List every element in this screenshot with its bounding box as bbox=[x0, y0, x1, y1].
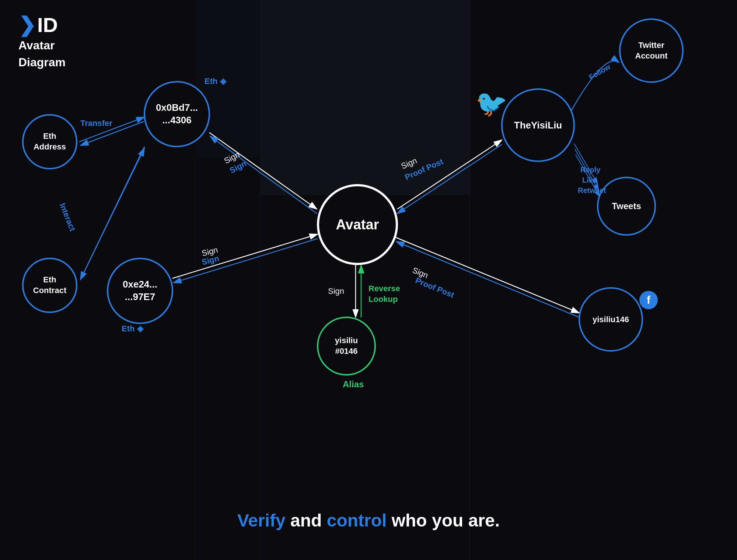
avatar-node: Avatar bbox=[317, 184, 398, 265]
avatar-label: Avatar bbox=[335, 215, 381, 234]
alias-text-label: Alias bbox=[343, 379, 364, 390]
logo-chevron: ❯ bbox=[18, 15, 36, 35]
tweets-node: Tweets bbox=[597, 177, 656, 236]
svg-line-17 bbox=[173, 239, 318, 283]
twitter-user-label: TheYisiLiu bbox=[513, 118, 564, 133]
eth2-eth-label: Eth ◈ bbox=[122, 324, 143, 334]
logo-subtitle-line2: Diagram bbox=[18, 55, 66, 69]
logo-subtitle-line1: Avatar bbox=[18, 38, 66, 52]
eth1-eth-label: Eth ◈ bbox=[205, 77, 226, 86]
tagline: Verify and control who you are. bbox=[0, 510, 737, 531]
tagline-verify: Verify bbox=[237, 511, 286, 530]
eth2-node: 0xe24... ...97E7 bbox=[107, 258, 173, 324]
reverse-lookup-label: Reverse Lookup bbox=[368, 283, 400, 304]
reply-label: Reply bbox=[580, 166, 600, 174]
alias-label: yisiliu #0146 bbox=[333, 334, 359, 358]
twitter-account-label: Twitter Account bbox=[634, 39, 669, 63]
tagline-who: who you are. bbox=[392, 511, 500, 530]
twitter-account-node: Twitter Account bbox=[619, 18, 684, 83]
logo-id: ID bbox=[37, 15, 58, 35]
tweets-label: Tweets bbox=[610, 200, 643, 213]
eth-contract-label: Eth Contract bbox=[32, 273, 68, 297]
tagline-and: and bbox=[290, 511, 327, 530]
transfer-label: Transfer bbox=[80, 119, 112, 128]
like-label: Like bbox=[582, 176, 597, 184]
facebook-label: yisiliu146 bbox=[591, 313, 631, 326]
twitter-user-node: TheYisiLiu bbox=[501, 88, 575, 162]
eth-address-label: Eth Address bbox=[32, 130, 67, 154]
tagline-control: control bbox=[327, 511, 387, 530]
logo: ❯ ID Avatar Diagram bbox=[18, 15, 66, 70]
eth-contract-node: Eth Contract bbox=[22, 258, 77, 313]
eth2-label: 0xe24... ...97E7 bbox=[121, 277, 159, 305]
sign-avatar-alias-label: Sign bbox=[328, 286, 344, 296]
svg-line-16 bbox=[172, 234, 318, 278]
eth1-label: 0x0Bd7... ...4306 bbox=[154, 100, 199, 128]
eth-address-node: Eth Address bbox=[22, 114, 77, 169]
alias-node: yisiliu #0146 bbox=[317, 317, 376, 376]
eth1-node: 0x0Bd7... ...4306 bbox=[144, 81, 210, 147]
facebook-badge-icon: f bbox=[639, 291, 658, 309]
facebook-node: yisiliu146 bbox=[579, 287, 643, 352]
retweet-label: Retweet bbox=[578, 186, 606, 195]
